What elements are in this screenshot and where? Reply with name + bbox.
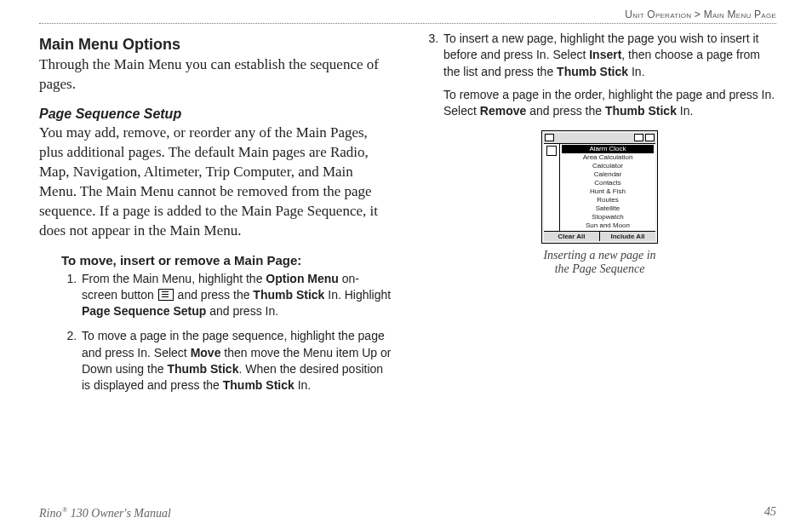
device-body: Alarm Clock Area Calculation Calculator … (544, 144, 655, 231)
breadcrumb: Unit Operation > Main Menu Page (39, 9, 776, 23)
procedure-heading: To move, insert or remove a Main Page: (61, 253, 392, 267)
list-item: Sun and Moon (562, 221, 654, 230)
list-item: Calendar (562, 170, 654, 179)
footer-product: Rino® 130 Owner's Manual (39, 505, 171, 520)
intro-paragraph: Through the Main Menu you can establish … (39, 55, 392, 95)
device-list: Alarm Clock Area Calculation Calculator … (560, 144, 655, 231)
list-item: Contacts (562, 179, 654, 187)
list-item: Routes (562, 196, 654, 204)
device-bottombar: Clear All Include All (544, 231, 655, 241)
titlebar-close-icon (645, 134, 655, 141)
caption-line: the Page Sequence (555, 262, 645, 275)
step-text: In. Highlight (324, 288, 391, 302)
subsection-title: Page Sequence Setup (39, 106, 392, 122)
page-number: 45 (764, 505, 776, 520)
step-text: and press In. (206, 304, 278, 318)
content-columns: Main Menu Options Through the Main Menu … (39, 31, 776, 403)
subsection-body: You may add, remove, or reorder any of t… (39, 124, 392, 241)
footer-text: 130 Owner's Manual (67, 507, 171, 520)
list-item: Calculator (562, 162, 654, 170)
breadcrumb-page: Main Menu Page (704, 9, 776, 20)
step-bold: Insert (589, 48, 621, 61)
device-sidebar (544, 144, 560, 231)
step-bold: Thumb Stick (253, 288, 324, 302)
step-text: From the Main Menu, highlight the (82, 272, 266, 285)
figure-caption: Inserting a new page in the Page Sequenc… (423, 249, 776, 278)
step-3: To insert a new page, highlight the page… (442, 31, 776, 120)
step-text: and press the (526, 104, 605, 118)
page-footer: Rino® 130 Owner's Manual 45 (39, 505, 776, 520)
footer-text: Rino (39, 507, 61, 520)
breadcrumb-sep: > (695, 9, 700, 20)
titlebar-box-icon (545, 134, 554, 141)
step-text: In. (628, 65, 644, 78)
step-2: To move a page in the page sequence, hig… (80, 328, 392, 394)
step-bold: Thumb Stick (605, 104, 677, 118)
step-bold: Remove (480, 104, 526, 118)
device-screenshot: Alarm Clock Area Calculation Calculator … (541, 130, 658, 244)
right-column: To insert a new page, highlight the page… (423, 31, 776, 403)
step-bold: Page Sequence Setup (82, 304, 206, 318)
figure: Alarm Clock Area Calculation Calculator … (423, 130, 776, 278)
manual-page: Unit Operation > Main Menu Page Main Men… (0, 0, 812, 529)
caption-line: Inserting a new page in (543, 249, 655, 262)
titlebar-menu-icon (634, 134, 643, 141)
option-menu-icon (158, 289, 174, 301)
device-titlebar (544, 133, 655, 144)
step-text: and press the (174, 288, 254, 302)
step-text: In. (294, 378, 311, 392)
step-bold: Thumb Stick (167, 362, 238, 376)
step-bold: Option Menu (266, 272, 339, 285)
procedure-steps-right: To insert a new page, highlight the page… (423, 31, 776, 120)
breadcrumb-section: Unit Operation (625, 9, 691, 20)
list-item: Hunt & Fish (562, 187, 654, 196)
list-item: Satellite (562, 204, 654, 213)
clear-all-button: Clear All (544, 232, 600, 241)
list-item: Area Calculation (562, 153, 654, 162)
page-title: Main Menu Options (39, 36, 392, 54)
list-item: Stopwatch (562, 213, 654, 221)
step-text: In. (677, 104, 693, 118)
step-bold: Thumb Stick (223, 378, 294, 392)
left-column: Main Menu Options Through the Main Menu … (39, 31, 392, 403)
list-item: Alarm Clock (562, 145, 654, 153)
include-all-button: Include All (600, 232, 655, 241)
sidebar-square-icon (546, 146, 557, 156)
step-bold: Move (191, 346, 221, 359)
procedure-steps-left: From the Main Menu, highlight the Option… (61, 271, 392, 394)
step-1: From the Main Menu, highlight the Option… (80, 271, 392, 320)
header-rule (39, 23, 776, 24)
step-bold: Thumb Stick (557, 65, 628, 78)
